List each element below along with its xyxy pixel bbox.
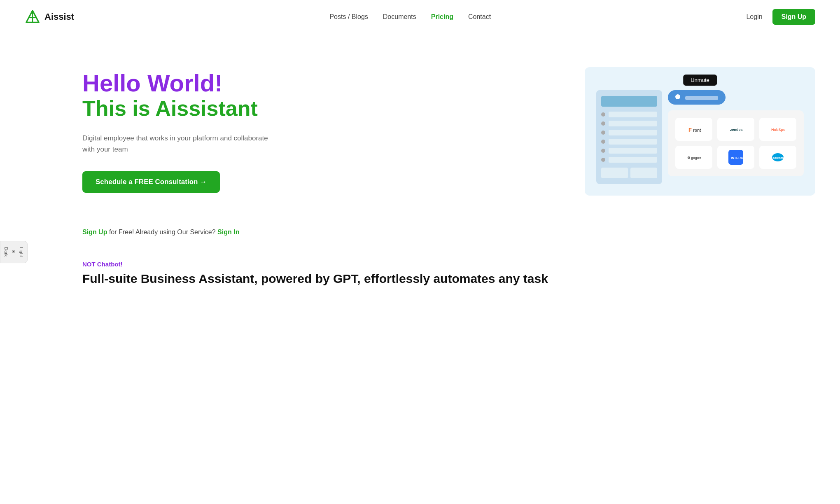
svg-text:salesforce: salesforce [772, 156, 785, 160]
integration-hubspot: HubSpot [759, 118, 796, 141]
demo-row-bar [609, 112, 657, 117]
signup-button[interactable]: Sign Up [772, 9, 815, 25]
demo-list-panel [596, 90, 662, 184]
svg-text:ront: ront [693, 128, 701, 133]
demo-integrations: F ront zendesk [668, 110, 804, 176]
svg-text:INTERCOM: INTERCOM [731, 156, 743, 160]
demo-row-bar [609, 157, 657, 163]
zendesk-icon: zendesk [728, 122, 743, 137]
login-link[interactable]: Login [746, 13, 762, 21]
navbar: Aissist Posts / Blogs Documents Pricing … [0, 0, 840, 34]
demo-right-panel: F ront zendesk [668, 90, 804, 184]
signin-prompt-link[interactable]: Sign In [217, 229, 239, 236]
sun-icon: ☀ [11, 249, 16, 254]
demo-list-bottom [601, 168, 657, 178]
demo-container: Unmute [585, 67, 815, 196]
cta-button[interactable]: Schedule a FREE Consultation → [82, 171, 220, 193]
demo-list-row [601, 130, 657, 135]
demo-list-row [601, 112, 657, 117]
demo-list-header [601, 96, 657, 107]
nav-actions: Login Sign Up [746, 9, 815, 25]
logo-icon [25, 9, 40, 25]
demo-dot [601, 149, 605, 153]
demo-row-bar [609, 139, 657, 145]
signup-prompt-link[interactable]: Sign Up [82, 229, 107, 236]
demo-chat-bubble [668, 90, 726, 105]
unmute-button[interactable]: Unmute [683, 75, 717, 86]
signup-prompt-middle: for Free! Already using Our Service? [107, 229, 217, 236]
theme-light-label: Light [19, 247, 24, 257]
hubspot-icon: HubSpot [770, 122, 785, 137]
nav-links: Posts / Blogs Documents Pricing Contact [329, 13, 491, 21]
svg-text:zendesk: zendesk [730, 128, 743, 132]
svg-text:HubSpot: HubSpot [771, 128, 785, 132]
theme-toggle-inner: Light ☀ Dark [4, 247, 24, 257]
google-icon: ⚙ gogies [686, 150, 701, 165]
svg-text:⚙ gogies: ⚙ gogies [687, 156, 701, 160]
hero-section: Hello World! This is Aissistant Digital … [0, 34, 840, 220]
front-icon: F ront [686, 122, 701, 137]
hero-left: Hello World! This is Aissistant Digital … [82, 70, 280, 193]
demo-dot [601, 131, 605, 135]
intercom-icon: INTERCOM [728, 150, 743, 165]
demo-list-row [601, 139, 657, 145]
hero-right: Unmute [585, 67, 815, 196]
integration-google: ⚙ gogies [675, 146, 712, 169]
integration-zendesk: zendesk [717, 118, 754, 141]
hero-description: Digital employee that works in your plat… [82, 133, 280, 155]
nav-documents[interactable]: Documents [383, 13, 416, 21]
demo-bottom-box [601, 168, 628, 178]
nav-contact[interactable]: Contact [468, 13, 491, 21]
theme-toggle[interactable]: Light ☀ Dark [0, 241, 28, 263]
salesforce-icon: salesforce [770, 150, 785, 165]
integration-intercom: INTERCOM [717, 146, 754, 169]
demo-dot [601, 112, 605, 117]
nav-pricing[interactable]: Pricing [431, 13, 453, 21]
logo-text: Aissist [44, 12, 74, 22]
demo-dot [601, 121, 605, 126]
demo-row-bar [609, 130, 657, 135]
bottom-heading: Full-suite Business Assistant, powered b… [82, 272, 815, 286]
demo-bottom-box [630, 168, 657, 178]
not-chatbot-label: NOT Chatbot! [82, 261, 815, 268]
integration-salesforce: salesforce [759, 146, 796, 169]
logo-link[interactable]: Aissist [25, 9, 74, 25]
demo-dot [601, 140, 605, 144]
demo-row-bar [609, 148, 657, 154]
svg-text:F: F [688, 127, 692, 133]
demo-inner: F ront zendesk [596, 90, 804, 184]
demo-list-row [601, 148, 657, 154]
demo-list-row [601, 157, 657, 163]
hero-title-line2: This is Aissistant [82, 96, 280, 121]
bottom-section: NOT Chatbot! Full-suite Business Assista… [0, 244, 840, 302]
demo-dot [601, 158, 605, 162]
demo-list-row [601, 121, 657, 126]
signup-prompt: Sign Up for Free! Already using Our Serv… [0, 220, 840, 244]
theme-dark-label: Dark [4, 247, 9, 257]
integration-front: F ront [675, 118, 712, 141]
demo-row-bar [609, 121, 657, 126]
hero-title-line1: Hello World! [82, 70, 280, 96]
nav-posts-blogs[interactable]: Posts / Blogs [329, 13, 368, 21]
